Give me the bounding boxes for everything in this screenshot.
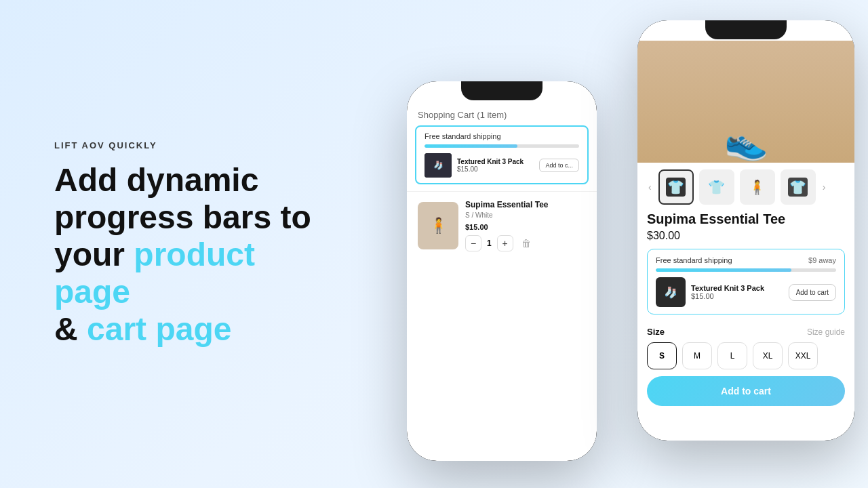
product-promo-add-button[interactable]: Add to cart <box>789 284 836 301</box>
promo-top-row: Free standard shipping $9 away <box>656 256 836 264</box>
qty-decrease-button[interactable]: − <box>465 235 481 251</box>
add-to-cart-button[interactable]: Add to cart <box>647 376 845 406</box>
size-label: Size <box>647 327 665 337</box>
product-hero-image: 👟 <box>637 41 854 163</box>
size-btn-xl[interactable]: XL <box>753 342 783 369</box>
thumb2-icon: 👕 <box>708 179 725 195</box>
product-promo-product-section: 🧦 Textured Knit 3 Pack $15.00 Add to car… <box>656 277 836 307</box>
thumbnail-4[interactable]: 👕 <box>781 169 816 205</box>
thumb4-icon: 👕 <box>788 178 808 197</box>
product-price: $30.00 <box>637 230 854 249</box>
left-section: LIFT AOV QUICKLY Add dynamicprogress bar… <box>0 100 353 389</box>
product-progress-bar-fill <box>656 268 791 272</box>
phones-section: Shopping Cart (1 item) Free standard shi… <box>353 0 868 488</box>
cart-phone: Shopping Cart (1 item) Free standard shi… <box>407 81 597 461</box>
size-guide: Size guide <box>807 327 845 337</box>
thumb-next-button[interactable]: › <box>821 182 827 192</box>
thumbnail-3[interactable]: 🧍 <box>740 169 775 205</box>
thumbnail-2[interactable]: 👕 <box>699 169 734 205</box>
cart-item-name: Supima Essential Tee <box>465 200 586 209</box>
cart-item-image: 🧍 <box>418 202 458 249</box>
hero-shoe-icon: 👟 <box>724 121 768 163</box>
product-promo-price: $15.00 <box>691 292 783 300</box>
product-promo-img: 🧦 <box>656 277 686 307</box>
cart-item-info: Supima Essential Tee S / White $15.00 − … <box>465 200 586 251</box>
product-title: Supima Essential Tee <box>637 211 854 230</box>
product-promo-banner: Free standard shipping $9 away 🧦 Texture… <box>647 249 845 314</box>
notch-product <box>705 20 787 39</box>
thumb1-icon: 👕 <box>666 178 686 197</box>
cart-promo-img: 🧦 <box>425 153 452 178</box>
cart-progress-bar-container <box>425 144 579 148</box>
highlight-cart-page: cart page <box>87 311 231 347</box>
qty-value: 1 <box>487 239 492 248</box>
product-phone-inner: 👟 ‹ 👕 👕 🧍 👕 › Supima Ess <box>637 20 854 441</box>
thumb3-icon: 🧍 <box>749 179 766 195</box>
cart-title: Shopping Cart <box>418 110 474 120</box>
cart-item-price: $15.00 <box>465 223 586 231</box>
qty-increase-button[interactable]: + <box>497 235 513 251</box>
cart-item-variant: S / White <box>465 211 586 219</box>
cart-promo-product-name: Textured Knit 3 Pack <box>457 158 534 165</box>
thumb-prev-button[interactable]: ‹ <box>647 182 653 192</box>
size-btn-m[interactable]: M <box>682 342 712 369</box>
size-btn-l[interactable]: L <box>717 342 747 369</box>
size-header: Size Size guide <box>647 327 845 337</box>
thumbnail-1[interactable]: 👕 <box>658 169 694 205</box>
product-progress-bar-container <box>656 268 836 272</box>
promo-away: $9 away <box>808 256 836 264</box>
cart-promo-product-price: $15.00 <box>457 165 534 173</box>
size-section: Size Size guide S M L XL XXL <box>637 321 854 369</box>
cart-progress-bar-fill <box>425 144 517 148</box>
cart-promo-banner: Free standard shipping 🧦 Textured Knit 3… <box>415 125 589 184</box>
cart-item-count: (1 item) <box>477 110 507 120</box>
product-phone: 👟 ‹ 👕 👕 🧍 👕 › Supima Ess <box>637 20 854 441</box>
headline: Add dynamicprogress bars toyour product … <box>54 161 312 348</box>
cart-promo-add-button[interactable]: Add to c... <box>539 159 579 172</box>
socks-icon-2: 🧦 <box>664 286 677 299</box>
product-thumbnails: ‹ 👕 👕 🧍 👕 › <box>637 163 854 211</box>
promo-label: Free standard shipping <box>656 256 732 264</box>
size-btn-s[interactable]: S <box>647 342 677 369</box>
product-promo-details: Textured Knit 3 Pack $15.00 <box>691 284 783 300</box>
notch-cart <box>461 81 542 100</box>
cart-item-row: 🧍 Supima Essential Tee S / White $15.00 … <box>407 191 597 260</box>
cart-promo-product-info: Textured Knit 3 Pack $15.00 <box>457 158 534 173</box>
qty-controls: − 1 + 🗑 <box>465 235 586 251</box>
cart-promo-text: Free standard shipping <box>425 132 579 140</box>
headline-and: & <box>54 311 87 347</box>
socks-icon: 🧦 <box>425 153 452 178</box>
cart-promo-product-row: 🧦 Textured Knit 3 Pack $15.00 Add to c..… <box>425 153 579 178</box>
size-btn-xxl[interactable]: XXL <box>788 342 818 369</box>
delete-button[interactable]: 🗑 <box>521 238 531 249</box>
cart-header: Shopping Cart (1 item) <box>407 103 597 125</box>
tagline: LIFT AOV QUICKLY <box>54 140 312 150</box>
product-promo-name: Textured Knit 3 Pack <box>691 284 783 292</box>
person-icon: 🧍 <box>429 217 448 235</box>
size-options: S M L XL XXL <box>647 342 845 369</box>
cart-phone-inner: Shopping Cart (1 item) Free standard shi… <box>407 81 597 461</box>
